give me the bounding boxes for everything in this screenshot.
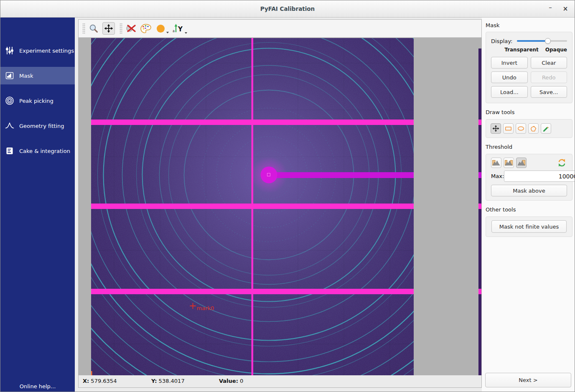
svg-text:a: a — [173, 29, 175, 33]
mask-not-finite-button[interactable]: Mask not finite values — [491, 220, 567, 233]
zoom-mode-button[interactable] — [88, 23, 99, 34]
colormap-button[interactable] — [140, 23, 152, 34]
toolbar-grip-handle[interactable] — [82, 23, 85, 34]
ellipse-tool-button[interactable] — [516, 123, 526, 134]
pan-icon — [104, 24, 113, 33]
rectangle-tool-button[interactable] — [503, 123, 514, 134]
polygon-tool-icon — [529, 125, 537, 132]
clear-button[interactable]: Clear — [531, 57, 567, 69]
sidebar: Experiment settings Mask Peak picking — [0, 18, 75, 392]
mask-between-threshold-button[interactable] — [504, 158, 514, 168]
mask-display-slider[interactable] — [517, 38, 567, 44]
y-axis-orientation-button[interactable]: a Y — [172, 23, 184, 34]
mask-below-icon — [492, 160, 500, 166]
integration-icon — [5, 146, 14, 155]
color-dot-icon — [157, 25, 165, 33]
mask-above-threshold-button[interactable] — [516, 158, 527, 168]
close-button[interactable]: × — [560, 4, 570, 14]
other-tools-groupbox: Mask not finite values — [486, 216, 572, 237]
pencil-tool-icon — [542, 125, 550, 132]
mask-above-icon — [517, 160, 525, 166]
plot-canvas[interactable]: mark0 — [79, 38, 481, 375]
cursor-y-readout: Y: 538.4017 — [151, 378, 185, 384]
toolbar-grip-handle[interactable] — [120, 23, 122, 34]
save-button[interactable]: Save... — [531, 86, 567, 98]
sidebar-item-experiment-settings[interactable]: Experiment settings — [0, 42, 75, 59]
online-help-link[interactable]: Online help... — [0, 383, 75, 389]
polygon-tool-button[interactable] — [528, 123, 539, 134]
refresh-icon — [557, 158, 566, 167]
svg-text:Y: Y — [178, 25, 183, 33]
edge-marker — [91, 371, 92, 375]
sidebar-item-cake-integration[interactable]: Cake & integration — [0, 142, 75, 160]
clear-crosshair-icon — [125, 23, 137, 33]
mask-color-button[interactable] — [155, 23, 166, 34]
sidebar-item-label: Experiment settings — [19, 48, 74, 54]
zoom-icon — [89, 23, 99, 33]
undo-button[interactable]: Undo — [491, 71, 528, 83]
draw-tools-title: Draw tools — [486, 109, 572, 116]
pencil-tool-button[interactable] — [541, 123, 551, 134]
plot-toolbar: a Y — [79, 20, 481, 38]
invert-button[interactable]: Invert — [491, 57, 528, 69]
sidebar-item-label: Geometry fitting — [19, 123, 64, 129]
threshold-groupbox: Max: Mask above — [486, 154, 572, 201]
titlebar: PyFAI Calibration – × — [0, 0, 575, 18]
y-axis-orientation-icon: a Y — [172, 23, 184, 34]
load-button[interactable]: Load... — [491, 86, 528, 98]
next-button[interactable]: Next > — [485, 373, 571, 387]
draw-tools-groupbox — [486, 119, 572, 138]
opaque-label: Opaque — [545, 47, 567, 53]
sidebar-item-label: Mask — [19, 73, 33, 79]
chevron-down-icon — [185, 32, 187, 34]
cursor-x-readout: X: 579.6354 — [83, 378, 117, 384]
sidebar-item-label: Cake & integration — [19, 148, 70, 154]
peak-curve-icon — [5, 121, 14, 130]
minimize-button[interactable]: – — [545, 4, 555, 14]
refresh-threshold-button[interactable] — [557, 158, 567, 168]
image-edge-strip — [478, 48, 481, 375]
plot-panel: a Y — [78, 19, 482, 388]
rectangle-tool-icon — [504, 125, 512, 132]
mask-between-icon — [505, 160, 513, 166]
mask-groupbox: Display: Transparent Opaque Invert Clear… — [486, 32, 572, 103]
slider-handle[interactable] — [545, 38, 551, 44]
plot-statusbar: X: 579.6354 Y: 538.4017 Value: 0 — [79, 375, 481, 387]
slider-track[interactable] — [517, 40, 567, 42]
pan-tool-icon — [492, 125, 499, 132]
mask-options-panel: Mask Display: Transparent Opaque Invert … — [482, 18, 575, 392]
concentric-rings-icon — [5, 96, 14, 105]
remove-crosshair-button[interactable] — [125, 23, 137, 34]
sidebar-item-label: Peak picking — [19, 98, 53, 104]
other-tools-title: Other tools — [486, 206, 572, 213]
threshold-max-input[interactable] — [504, 171, 575, 182]
pyfai-window: PyFAI Calibration – × Experiment setting… — [0, 0, 575, 392]
mask-above-button[interactable]: Mask above — [491, 185, 567, 196]
sidebar-item-peak-picking[interactable]: Peak picking — [0, 92, 75, 109]
pan-tool-button[interactable] — [491, 123, 501, 134]
ellipse-tool-icon — [517, 125, 525, 132]
transparent-label: Transparent — [504, 47, 539, 53]
sidebar-item-geometry-fitting[interactable]: Geometry fitting — [0, 117, 75, 135]
colormap-icon — [140, 23, 152, 34]
mask-image-icon — [5, 71, 14, 80]
cursor-value-readout: Value: 0 — [219, 378, 243, 384]
sliders-icon — [5, 46, 14, 55]
sidebar-item-mask[interactable]: Mask — [0, 67, 75, 84]
threshold-title: Threshold — [486, 144, 572, 150]
chevron-down-icon — [166, 32, 169, 33]
window-title: PyFAI Calibration — [0, 5, 575, 12]
diffraction-image[interactable]: mark0 — [91, 38, 414, 375]
svg-text:mark0: mark0 — [197, 305, 214, 311]
mask-section-title: Mask — [486, 22, 572, 29]
max-label: Max: — [491, 173, 504, 179]
slider-fill — [517, 40, 548, 42]
redo-button[interactable]: Redo — [531, 71, 567, 83]
mask-below-threshold-button[interactable] — [491, 158, 501, 168]
display-label: Display: — [491, 38, 512, 44]
pan-mode-button[interactable] — [102, 22, 115, 35]
